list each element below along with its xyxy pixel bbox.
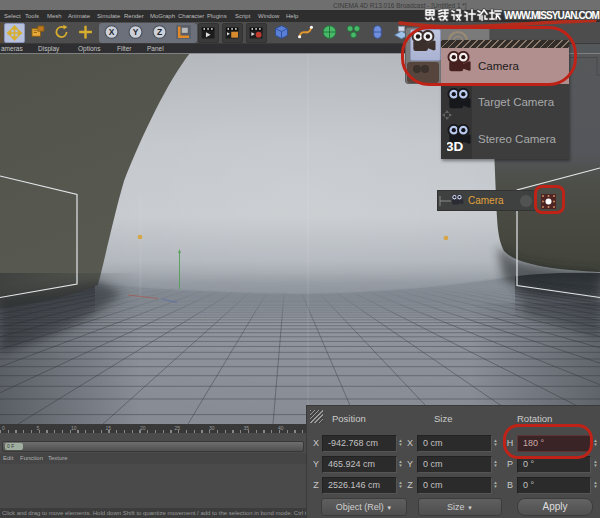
svg-text:3D: 3D: [447, 139, 463, 151]
svg-text:Y: Y: [133, 27, 139, 37]
svg-text:Z: Z: [157, 27, 162, 37]
svg-text:X: X: [109, 27, 115, 37]
